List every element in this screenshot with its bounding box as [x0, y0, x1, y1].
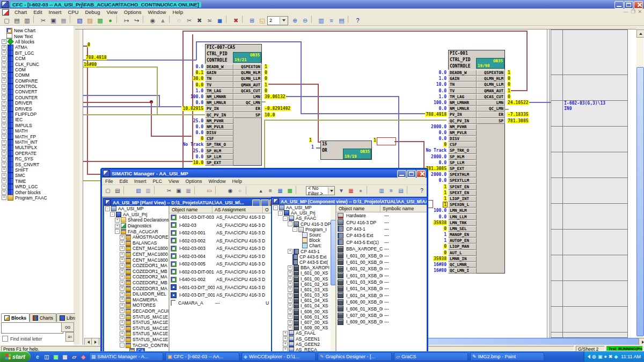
filter-button[interactable]: ≡‹	[65, 332, 74, 342]
manager-toolbar-icon[interactable]: ▤	[396, 186, 406, 195]
expand-icon[interactable]: -	[105, 206, 110, 211]
input-value[interactable]: 0.1	[156, 69, 204, 75]
manager-toolbar-icon[interactable]	[246, 186, 255, 194]
block-input-pin[interactable]: TN	[448, 82, 477, 87]
tree-item[interactable]: + COZEDOR1_MB	[104, 269, 169, 275]
expand-icon[interactable]: +	[120, 263, 125, 268]
manager-toolbar-icon[interactable]: ▢	[103, 186, 113, 195]
expand-icon[interactable]: +	[288, 309, 292, 314]
expand-icon[interactable]: +	[288, 298, 292, 303]
expand-icon[interactable]: +	[283, 336, 288, 341]
expand-icon[interactable]: +	[2, 95, 6, 100]
expand-icon[interactable]: +	[2, 179, 6, 183]
expand-icon[interactable]	[288, 255, 291, 258]
tree-item[interactable]: + AMOSTRADORE	[104, 234, 169, 240]
expand-icon[interactable]: +	[2, 129, 6, 134]
tree-item[interactable]: - TACHO_CONTIN	[104, 342, 169, 348]
expand-icon[interactable]: +	[288, 271, 292, 276]
cfc-toolbar-icon[interactable]: ▨	[85, 16, 95, 25]
output-value[interactable]: 1	[264, 82, 312, 87]
cfc-toolbar-icon[interactable]	[226, 16, 230, 23]
tree-item[interactable]: + I_607_00_XS	[272, 320, 335, 325]
manager-toolbar-icon[interactable]: ▧	[134, 186, 143, 195]
cfc-toolbar-icon[interactable]: ◌	[174, 16, 184, 25]
cfc-menu-item[interactable]: Options	[121, 9, 145, 15]
column-header[interactable]: Object name	[170, 206, 213, 213]
block-output-pin[interactable]: ER	[477, 112, 505, 117]
cfc-toolbar-icon[interactable]	[348, 16, 352, 23]
maximize-button[interactable]	[407, 170, 416, 178]
tree-item[interactable]: + Diagnostics	[104, 223, 169, 229]
tree-item[interactable]: + I_601_00_XS	[272, 276, 335, 281]
expand-icon[interactable]: +	[2, 134, 6, 139]
binoculars-search-button[interactable]: oo	[61, 322, 74, 332]
catalog-item[interactable]: + SS_CNVRT	[0, 161, 74, 167]
quick-launch-icon[interactable]: ◆	[79, 353, 87, 360]
list-row[interactable]: I-602-03-DIT_001 AS_FAAC\CPU 416-3 DP...	[170, 291, 278, 299]
catalog-tab[interactable]: Charts	[30, 313, 56, 322]
expand-icon[interactable]: +	[120, 252, 125, 257]
block-input-pin[interactable]: LMN_SEL	[448, 226, 477, 232]
cfc-toolbar-icon[interactable]	[70, 16, 74, 23]
expand-icon[interactable]: +	[2, 140, 6, 145]
block-input-pin[interactable]: CSF	[448, 142, 477, 147]
taskbar-task-button[interactable]: ✎ IMG2.bmp - Paint	[470, 352, 544, 361]
expand-icon[interactable]: +	[288, 276, 292, 281]
list-row[interactable]: I-602-03-005 AS_FAAC\CPU 416-3 DP...	[170, 260, 278, 268]
input-value[interactable]: 1.0	[156, 87, 204, 93]
tree-item[interactable]: + Shared Declarations	[104, 217, 169, 223]
expand-icon[interactable]: +	[2, 45, 6, 50]
expand-icon[interactable]: +	[2, 157, 6, 161]
manager-toolbar-icon[interactable]: ≡	[266, 186, 275, 195]
tree-item[interactable]: Block	[272, 238, 335, 243]
tree-item[interactable]: + STATUS_MAC1E	[104, 320, 169, 326]
expand-icon[interactable]: +	[120, 326, 125, 330]
tree-item[interactable]: + I_601_04_XS	[272, 298, 335, 303]
input-value[interactable]: 2000.0	[399, 123, 447, 129]
catalog-item[interactable]: + CONVERT	[0, 89, 74, 94]
cfc-toolbar-icon[interactable]	[169, 16, 173, 23]
cfc-block-fic-007-cas[interactable]: FIC-007-CAS CTRL_PID CONTROLE OB35 19/21…	[205, 44, 262, 166]
expand-icon[interactable]: +	[2, 190, 6, 195]
tree-item[interactable]: + I_601_02_XS	[272, 282, 335, 287]
input-value[interactable]: 0.0	[156, 63, 204, 69]
manager-toolbar-icon[interactable]: ≡	[386, 186, 396, 195]
block-input-pin[interactable]: NM_LMNHR	[448, 100, 477, 106]
tree-item[interactable]: + CENT_MAC1800	[104, 246, 169, 252]
expand-icon[interactable]: +	[2, 106, 6, 111]
cfc-toolbar-icon[interactable]: ▥	[316, 16, 326, 25]
input-value[interactable]: 100.0	[156, 93, 204, 99]
input-value[interactable]: 25.0	[156, 147, 204, 153]
cfc-toolbar-icon[interactable]: ▧	[75, 16, 85, 25]
catalog-item[interactable]: + COUNTER	[0, 95, 74, 100]
cfc-menu-item[interactable]: View	[103, 9, 120, 15]
block-output-pin[interactable]: QMAN_AUT	[477, 88, 505, 94]
tray-collapse-icon[interactable]	[588, 354, 590, 359]
tree-item[interactable]: + COZEDOR2_MA	[104, 274, 169, 280]
input-value[interactable]: 0.0	[399, 105, 447, 111]
manager-toolbar-icon[interactable]: ◉	[225, 186, 235, 195]
manager-toolbar-icon[interactable]	[123, 186, 133, 194]
expand-icon[interactable]: +	[2, 184, 6, 189]
list-row[interactable]: I_601_03_XSB_006 ---	[336, 279, 428, 285]
manager-toolbar-icon[interactable]: ○	[235, 186, 245, 195]
block-input-pin[interactable]: DEADB_W	[205, 64, 233, 70]
output-value[interactable]	[507, 105, 555, 111]
block-input-pin[interactable]: SPEXTLLM	[448, 178, 477, 183]
input-value[interactable]: 0.0	[399, 87, 447, 93]
list-row[interactable]: I-640-01-002 AS_FAAC\CPU 416-3 DP...	[170, 276, 278, 284]
block-input-pin[interactable]: SP_EXT	[205, 160, 233, 166]
chevron-down-icon[interactable]	[328, 187, 334, 194]
cfc-toolbar-icon[interactable]: ◱	[257, 16, 267, 25]
expand-icon[interactable]: +	[2, 162, 6, 167]
expand-icon[interactable]: +	[2, 73, 6, 78]
wire-value-label[interactable]: 1	[311, 145, 314, 150]
list-row[interactable]: I-601-03-DIT-003 AS_FAAC\CPU 416-3 DP...	[170, 213, 278, 221]
block-input-pin[interactable]: NM_LMNLR	[448, 106, 477, 112]
manager-toolbar-icon[interactable]: ▩	[285, 186, 295, 195]
expand-icon[interactable]	[297, 233, 301, 237]
tree-item[interactable]: - CPU 416-3 DP	[272, 221, 335, 227]
expand-icon[interactable]: +	[2, 123, 6, 128]
tree-item[interactable]: + AS_FAAL	[272, 330, 335, 336]
catalog-item[interactable]: + FLIPFLOP	[0, 112, 74, 117]
